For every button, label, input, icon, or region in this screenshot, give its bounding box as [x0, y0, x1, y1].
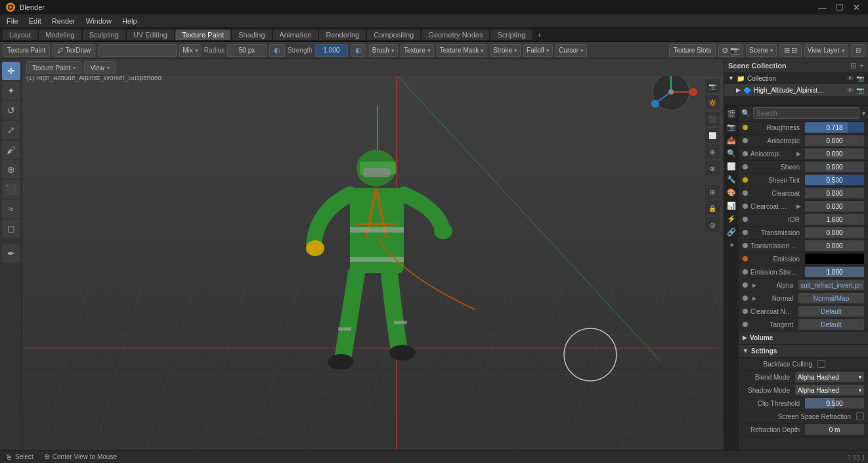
mode-dropdown[interactable]: Texture Paint	[3, 44, 50, 57]
viewport[interactable]: Texture Paint View User Perspective (1) …	[22, 59, 724, 450]
menu-help[interactable]: Help	[118, 16, 141, 26]
clearcoat-normal-value[interactable]: Default	[798, 306, 864, 317]
props-icon-view[interactable]: 🔍	[726, 148, 737, 160]
menu-edit[interactable]: Edit	[25, 16, 45, 26]
tool-eyedropper[interactable]: ✒	[2, 244, 20, 263]
view-layer-dropdown[interactable]: View Layer	[804, 44, 848, 57]
viewport-icon-camera[interactable]: 📷	[705, 79, 720, 93]
viewport-icon-xray[interactable]: ⊗	[705, 161, 720, 175]
tab-sculpting[interactable]: Sculpting	[83, 30, 125, 40]
viewport-mode-dropdown[interactable]: Texture Paint	[26, 61, 81, 74]
window-controls[interactable]: — ☐ ✕	[815, 3, 863, 12]
sheen-value[interactable]: 0.000	[805, 162, 864, 172]
viewport-icon-render[interactable]: 🔆	[705, 95, 720, 110]
normal-value[interactable]: Normal/Map	[798, 293, 864, 303]
backface-checkbox[interactable]	[817, 360, 825, 368]
viewport-icon-transform[interactable]: ⊞	[705, 185, 720, 199]
viewport-icon-overlay[interactable]: ⊕	[705, 144, 720, 159]
status-select[interactable]: 🖱 Select	[5, 453, 33, 461]
tab-rendering[interactable]: Rendering	[319, 30, 366, 40]
tab-uv-editing[interactable]: UV Editing	[127, 30, 174, 40]
section-volume[interactable]: ▶ Volume	[739, 332, 868, 345]
roughness-value[interactable]: 0.718	[805, 122, 864, 133]
blend-mode-dropdown[interactable]: Mix	[179, 44, 202, 57]
tool-cursor[interactable]: ✛	[2, 62, 20, 80]
outliner-add-icon[interactable]: +	[859, 61, 864, 70]
add-tab-button[interactable]: +	[533, 30, 545, 40]
tool-move[interactable]: ✦	[2, 81, 20, 100]
ior-value[interactable]: 1.600	[805, 214, 864, 225]
object-camera-icon[interactable]: 📷	[856, 87, 864, 94]
minimize-button[interactable]: —	[815, 3, 829, 12]
falloff-dropdown[interactable]: Falloff	[523, 44, 553, 57]
alpha-value[interactable]: suit_refract_invert.pn	[798, 280, 864, 290]
tab-modeling[interactable]: Modeling	[39, 30, 81, 40]
strength-value[interactable]: 1.000	[315, 44, 348, 57]
stroke-dropdown[interactable]: Stroke	[490, 44, 521, 57]
brush-dropdown[interactable]: Brush	[369, 44, 398, 57]
maximize-button[interactable]: ☐	[833, 3, 846, 12]
tab-geometry-nodes[interactable]: Geometry Nodes	[422, 30, 489, 40]
collection-visible-icon[interactable]: 👁	[847, 75, 854, 82]
props-icon-material[interactable]: 🎨	[726, 187, 737, 199]
props-icon-constraints[interactable]: 🔗	[726, 227, 737, 238]
props-icon-render[interactable]: 📷	[726, 121, 737, 133]
tab-shading[interactable]: Shading	[232, 30, 271, 40]
anisotropic-rot-value[interactable]: 0.000	[805, 148, 864, 159]
viewport-view-dropdown[interactable]: View	[84, 61, 116, 74]
viewport-icon-snap[interactable]: 🔒	[705, 201, 720, 215]
clip-threshold-value[interactable]: 0.500	[805, 398, 864, 408]
tool-fill[interactable]: ⬛	[2, 180, 20, 198]
refraction-depth-value[interactable]: 0 m	[805, 424, 864, 435]
transmission-value[interactable]: 0.000	[805, 227, 864, 238]
normal-expand[interactable]: ▶	[750, 294, 758, 302]
emission-strength-value[interactable]: 1.000	[805, 267, 864, 277]
texture-dropdown[interactable]: Texture	[401, 44, 434, 57]
viewport-icon-wireframe[interactable]: ⬜	[705, 128, 720, 143]
props-icon-output[interactable]: 📤	[726, 135, 737, 146]
tab-layout[interactable]: Layout	[3, 30, 37, 40]
outliner-item-object[interactable]: ▶ 🔷 High_Altitude_Alpinist_W... 👁 📷	[724, 84, 868, 96]
status-center-view[interactable]: ⊕ Center View to Mouse	[44, 452, 117, 461]
props-icon-modifier[interactable]: 🔧	[726, 174, 737, 186]
tool-clone[interactable]: ⊕	[2, 160, 20, 179]
alpha-expand[interactable]: ▶	[750, 281, 758, 289]
props-icon-scene[interactable]: 🎬	[726, 108, 737, 120]
search-input[interactable]	[753, 107, 859, 119]
props-icon-particles[interactable]: ✦	[726, 240, 737, 252]
props-icon-data[interactable]: 📊	[726, 200, 737, 212]
strength-icon[interactable]: ◐	[351, 44, 366, 57]
search-filter-icon[interactable]: ▾	[862, 110, 865, 117]
ssr-checkbox[interactable]	[856, 412, 864, 420]
radius-falloff-icon[interactable]: ◐	[269, 44, 285, 57]
tool-eraser[interactable]: ◻	[2, 219, 20, 238]
clearcoat-value[interactable]: 0.000	[805, 188, 864, 198]
cursor-dropdown[interactable]: Cursor	[555, 44, 587, 57]
tab-animation[interactable]: Animation	[273, 30, 318, 40]
collection-hide-icon[interactable]: 📷	[856, 75, 864, 82]
section-settings[interactable]: ▼ Settings	[739, 345, 868, 358]
emission-value[interactable]	[805, 254, 864, 264]
texture-mask-dropdown[interactable]: Texture Mask	[437, 44, 487, 57]
filter-icon[interactable]: ⊟	[851, 44, 865, 57]
object-visible-icon[interactable]: 👁	[847, 87, 854, 94]
tab-scripting[interactable]: Scripting	[490, 30, 532, 40]
close-button[interactable]: ✕	[850, 3, 863, 12]
tool-brush[interactable]: 🖌	[2, 141, 20, 159]
blend-mode-value[interactable]: Alpha Hashed ▾	[795, 372, 864, 382]
anisotropic-value[interactable]: 0.000	[805, 135, 864, 146]
props-icon-object[interactable]: ⬜	[726, 161, 737, 173]
transmission-r-value[interactable]: 0.000	[805, 240, 864, 251]
outliner-filter-icon[interactable]: ⊟	[850, 61, 857, 70]
object-expand-icon[interactable]: ▶	[736, 87, 741, 93]
shadow-mode-value[interactable]: Alpha Hashed ▾	[795, 385, 864, 395]
tool-smear[interactable]: ≈	[2, 200, 20, 218]
collection-expand-icon[interactable]: ▼	[728, 75, 734, 81]
viewport-icon-material[interactable]: ⬛	[705, 112, 720, 126]
tangent-value[interactable]: Default	[798, 319, 864, 330]
props-icon-physics[interactable]: ⚡	[726, 213, 737, 225]
tool-rotate[interactable]: ↺	[2, 101, 20, 120]
menu-render[interactable]: Render	[48, 16, 79, 26]
sheen-tint-value[interactable]: 0.500	[805, 175, 864, 185]
texture-slots-btn[interactable]: Texture Slots	[669, 44, 716, 57]
